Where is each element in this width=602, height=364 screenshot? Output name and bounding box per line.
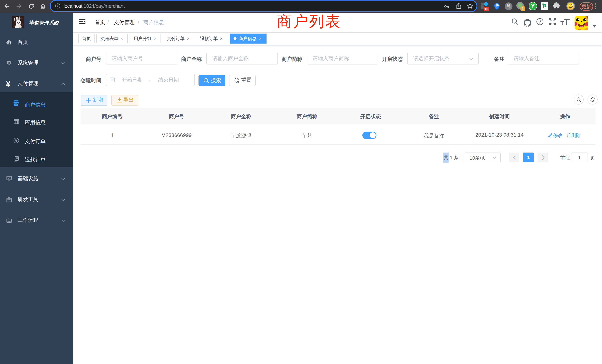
svg-text:1: 1 bbox=[522, 7, 524, 11]
svg-text:¥: ¥ bbox=[15, 138, 18, 143]
svg-text:10: 10 bbox=[484, 7, 488, 11]
svg-text:⌘: ⌘ bbox=[506, 3, 511, 9]
